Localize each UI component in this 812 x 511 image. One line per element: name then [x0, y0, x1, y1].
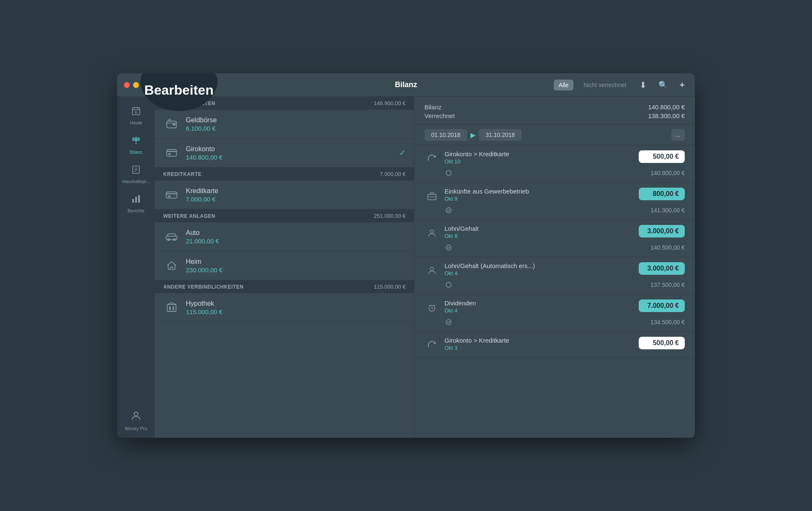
transaction-item-tx4[interactable]: Lohn/Gehalt (Automatisch ers...) Okt 4 3…	[414, 257, 695, 294]
date-more-button[interactable]: ...	[671, 129, 685, 141]
date-to-button[interactable]: 31.10.2018	[479, 129, 522, 141]
account-details-geldborse: Geldbörse 6.100,00 €	[186, 116, 406, 132]
sidebar-item-berichte[interactable]: Berichte	[117, 189, 155, 218]
check-icon-tx2	[445, 206, 453, 214]
svg-line-46	[429, 305, 430, 306]
right-panel: Bilanz 140.800,00 € Verrechnet 138.300,0…	[414, 97, 695, 438]
tx-details-tx3: Lohn/Gehalt Okt 8	[445, 225, 634, 239]
circle-icon-tx1	[445, 169, 453, 177]
section-amount-verkehrskonten: 146.900,00 €	[374, 100, 406, 106]
filter-all-button[interactable]: Alle	[554, 80, 573, 90]
section-label-andere-verbindlichkeiten: ANDERE VERBINDLICHKEITEN	[163, 284, 244, 290]
add-button[interactable]: +	[676, 78, 688, 92]
svg-rect-17	[138, 195, 140, 203]
balance-row-settled: Verrechnet 138.300,00 €	[424, 112, 685, 119]
transaction-item-tx2[interactable]: Einkünfte aus Gewerbebetrieb Okt 9 800,0…	[414, 183, 695, 220]
tx-name-tx6: Girokonto > Kreditkarte	[445, 337, 634, 344]
close-button[interactable]	[124, 82, 130, 88]
account-details-heim: Heim 230.000,00 €	[186, 258, 406, 274]
account-amount-heim: 230.000,00 €	[186, 266, 406, 274]
account-name-geldborse: Geldbörse	[186, 116, 406, 124]
transaction-row-tx1: Girokonto > Kreditkarte Okt 10 500,00 €	[424, 150, 685, 166]
svg-line-47	[434, 305, 435, 306]
account-item-heim[interactable]: Heim 230.000,00 €	[155, 251, 414, 280]
svg-point-39	[430, 230, 434, 233]
tx-amount-tx3: 3.000,00 €	[639, 225, 685, 237]
transaction-row-tx3: Lohn/Gehalt Okt 8 3.000,00 €	[424, 225, 685, 241]
svg-rect-15	[132, 199, 134, 203]
sidebar-label-bilanz: Bilanz	[130, 150, 142, 155]
account-item-kreditkarte[interactable]: Kreditkarte 7.000,00 €	[155, 181, 414, 209]
svg-rect-22	[167, 150, 176, 156]
balance-summary: Bilanz 140.800,00 € Verrechnet 138.300,0…	[414, 97, 695, 125]
circle-icon-tx4	[445, 281, 453, 289]
transaction-item-tx5[interactable]: Dividenden Okt 4 7.000,00 € 134.500,00 €	[414, 294, 695, 332]
svg-rect-16	[135, 197, 137, 203]
section-header-andere-verbindlichkeiten: ANDERE VERBINDLICHKEITEN 115.000,00 €	[155, 280, 414, 293]
tx-balance-amount-tx2: 141.300,00 €	[650, 207, 685, 214]
search-icon: 🔍	[658, 81, 668, 89]
section-amount-weitere-anlagen: 251.000,00 €	[374, 213, 406, 219]
account-name-auto: Auto	[186, 229, 406, 237]
svg-rect-33	[172, 307, 174, 310]
check-icon-tx5	[445, 318, 453, 326]
search-button[interactable]: 🔍	[655, 78, 671, 91]
tx-details-tx6: Girokonto > Kreditkarte Okt 3	[445, 337, 634, 351]
check-icon: ✓	[399, 148, 406, 157]
calendar-icon: 31	[131, 106, 141, 119]
sync-icon-tx1	[424, 151, 439, 166]
sidebar-item-bilanz[interactable]: Bilanz	[117, 130, 155, 160]
date-from-button[interactable]: 01.10.2018	[424, 129, 467, 141]
balance-label: Bilanz	[424, 103, 442, 111]
transaction-item-tx6[interactable]: Girokonto > Kreditkarte Okt 3 500,00 €	[414, 332, 695, 358]
tx-balance-amount-tx1: 140.800,00 €	[650, 170, 685, 176]
sidebar-label-today: Heute	[130, 120, 142, 125]
briefcase-icon-tx2	[424, 188, 439, 204]
account-item-geldborse[interactable]: Geldbörse 6.100,00 €	[155, 110, 414, 139]
svg-point-41	[430, 267, 434, 271]
account-item-girokonto[interactable]: Girokonto 140.800,00 € ✓	[155, 139, 414, 168]
user-icon	[130, 410, 142, 424]
account-name-kreditkarte: Kreditkarte	[186, 187, 406, 195]
tx-amount-tx5: 7.000,00 €	[639, 299, 685, 312]
svg-rect-25	[166, 192, 177, 198]
tx-name-tx5: Dividenden	[445, 299, 634, 307]
settled-amount: 138.300,00 €	[648, 112, 685, 119]
tx-name-tx1: Girokonto > Kreditkarte	[445, 150, 634, 157]
svg-rect-31	[167, 305, 176, 311]
svg-rect-32	[169, 307, 171, 310]
account-item-auto[interactable]: Auto 21.000,00 €	[155, 222, 414, 251]
tx-date-tx6: Okt 3	[445, 345, 634, 351]
tx-details-tx1: Girokonto > Kreditkarte Okt 10	[445, 150, 634, 165]
tx-details-tx2: Einkünfte aus Gewerbebetrieb Okt 9	[445, 188, 634, 202]
transaction-item-tx3[interactable]: Lohn/Gehalt Okt 8 3.000,00 € 140.500,00 …	[414, 220, 695, 257]
account-name-girokonto: Girokonto	[186, 145, 399, 153]
filter-not-settled-button[interactable]: Nicht verrechnet	[578, 80, 631, 90]
edit-label: Bearbeiten	[144, 83, 213, 98]
tx-amount-tx2: 800,00 €	[639, 188, 685, 200]
tx-date-tx4: Okt 4	[445, 270, 634, 276]
sidebar-item-today[interactable]: 31 Heute	[117, 101, 155, 130]
tx-date-tx5: Okt 4	[445, 307, 634, 314]
tx-name-tx2: Einkünfte aus Gewerbebetrieb	[445, 188, 634, 195]
sidebar-item-haushaltsplan[interactable]: Haushaltspl...	[117, 160, 155, 189]
account-item-hypothek[interactable]: Hypothek 115.000,00 €	[155, 293, 414, 322]
tx-amount-tx1: 500,00 €	[639, 150, 685, 163]
tx-balance-row-tx4: 137.500,00 €	[424, 281, 685, 289]
transaction-item-tx1[interactable]: Girokonto > Kreditkarte Okt 10 500,00 € …	[414, 145, 695, 183]
bilanz-icon	[131, 135, 141, 148]
tx-balance-row-tx5: 134.500,00 €	[424, 318, 685, 326]
sidebar-label-haushaltsplan: Haushaltspl...	[122, 179, 150, 184]
download-button[interactable]: ⬇	[636, 78, 650, 92]
bank-icon	[163, 299, 180, 316]
tx-details-tx4: Lohn/Gehalt (Automatisch ers...) Okt 4	[445, 262, 634, 276]
account-name-hypothek: Hypothek	[186, 300, 406, 307]
account-amount-girokonto: 140.800,00 €	[186, 154, 399, 161]
section-amount-kreditkarte: 7.000,00 €	[380, 171, 406, 177]
tx-balance-amount-tx3: 140.500,00 €	[650, 244, 685, 251]
svg-rect-20	[172, 124, 175, 126]
minimize-button[interactable]	[133, 82, 139, 88]
tx-name-tx4: Lohn/Gehalt (Automatisch ers...)	[445, 262, 634, 269]
tx-balance-row-tx3: 140.500,00 €	[424, 243, 685, 252]
check-icon-tx3	[445, 243, 453, 252]
